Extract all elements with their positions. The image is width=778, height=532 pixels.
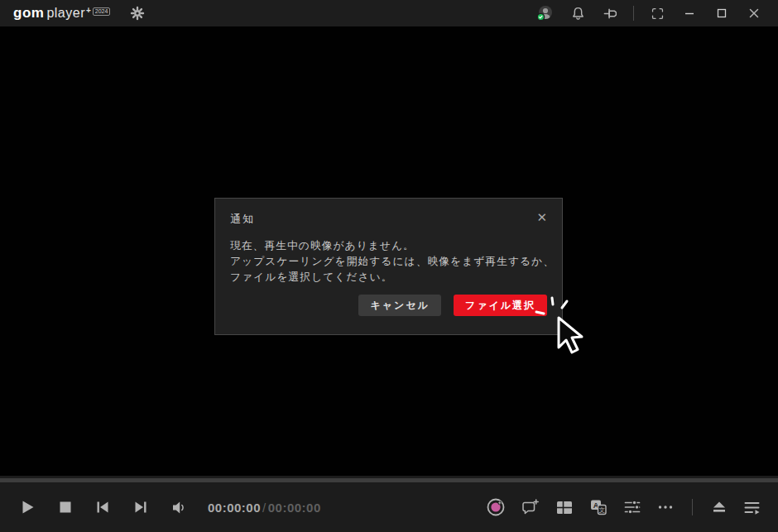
minimize-icon xyxy=(683,7,696,20)
notification-button[interactable] xyxy=(569,4,587,22)
next-icon xyxy=(132,499,149,515)
dialog-message-line: ファイルを選択してください。 xyxy=(230,269,547,285)
equalizer-button[interactable] xyxy=(622,497,642,517)
subtitle-add-icon xyxy=(521,497,540,517)
logo-text-gom: gom xyxy=(13,5,44,22)
translate-button[interactable]: A 文 xyxy=(588,497,608,517)
current-time: 00:00:00 xyxy=(208,501,261,515)
volume-button[interactable] xyxy=(170,499,188,516)
logo-plus: + xyxy=(86,6,91,15)
control-bar: 00:00:00/00:00:00 xyxy=(0,476,778,532)
more-icon xyxy=(656,498,675,516)
pin-button[interactable] xyxy=(601,4,619,22)
controlbar-divider xyxy=(692,499,693,515)
svg-text:文: 文 xyxy=(598,506,605,514)
title-bar: gom player + 2024 xyxy=(0,0,778,26)
cancel-button[interactable]: キャンセル xyxy=(358,295,440,316)
total-time: 00:00:00 xyxy=(268,501,321,515)
previous-icon xyxy=(94,499,111,515)
notification-dialog: 通知 ✕ 現在、再生中の映像がありません。 アップスケーリングを開始するには、映… xyxy=(214,198,563,335)
dialog-title: 通知 xyxy=(230,212,255,227)
playlist-button[interactable] xyxy=(742,498,761,517)
more-button[interactable] xyxy=(656,498,675,516)
time-display: 00:00:00/00:00:00 xyxy=(208,501,321,515)
fullscreen-icon xyxy=(651,7,665,21)
play-button[interactable] xyxy=(18,498,36,516)
gom-player-window: gom player + 2024 xyxy=(0,0,778,532)
app-logo: gom player + 2024 xyxy=(13,5,110,22)
stop-icon xyxy=(58,500,73,515)
play-icon xyxy=(18,498,36,516)
pin-icon xyxy=(603,6,618,22)
notification-bell-icon xyxy=(570,6,586,22)
settings-button[interactable] xyxy=(128,4,146,22)
logo-year-badge: 2024 xyxy=(93,7,111,16)
dialog-message-line: アップスケーリングを開始するには、映像をまず再生するか、 xyxy=(230,253,547,269)
titlebar-divider xyxy=(633,6,634,21)
logo-text-player: player xyxy=(46,6,85,21)
account-button[interactable] xyxy=(536,4,555,22)
dialog-message-line: 現在、再生中の映像がありません。 xyxy=(230,237,547,253)
volume-icon xyxy=(170,499,188,516)
subtitle-add-button[interactable] xyxy=(521,497,540,517)
stop-button[interactable] xyxy=(58,500,73,515)
next-button[interactable] xyxy=(132,499,149,515)
ai-upscale-lens-icon xyxy=(485,496,507,518)
file-select-button[interactable]: ファイル選択 xyxy=(454,295,547,316)
close-icon xyxy=(747,7,761,20)
dialog-close-icon[interactable]: ✕ xyxy=(536,212,547,223)
maximize-button[interactable] xyxy=(713,4,731,22)
maximize-icon xyxy=(715,7,728,20)
time-separator: / xyxy=(261,501,268,515)
fullscreen-button[interactable] xyxy=(648,4,666,22)
previous-button[interactable] xyxy=(94,499,111,515)
translate-icon: A 文 xyxy=(588,497,608,517)
ai-upscale-button[interactable] xyxy=(485,496,507,518)
equalizer-icon xyxy=(622,497,642,517)
eject-icon xyxy=(710,498,728,516)
dialog-message: 現在、再生中の映像がありません。 アップスケーリングを開始するには、映像をまず再… xyxy=(230,237,547,285)
minimize-button[interactable] xyxy=(680,4,699,22)
account-avatar-icon xyxy=(536,4,555,22)
multiscreen-button[interactable] xyxy=(555,497,574,517)
settings-gear-icon xyxy=(130,6,145,21)
eject-button[interactable] xyxy=(710,498,728,516)
playlist-icon xyxy=(742,498,761,517)
close-button[interactable] xyxy=(745,4,763,22)
multiscreen-grid-icon xyxy=(555,497,574,517)
